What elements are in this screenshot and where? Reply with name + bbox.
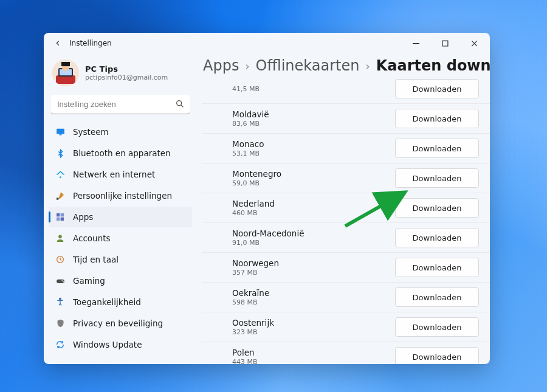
sidebar-item-apps[interactable]: Apps: [49, 207, 192, 227]
titlebar: Instellingen: [44, 33, 490, 53]
map-name: Montenegro: [232, 169, 281, 179]
svg-rect-14: [57, 218, 60, 221]
map-row: Polen443 MBDownloaden: [202, 342, 490, 364]
breadcrumb-apps[interactable]: Apps: [203, 57, 239, 74]
account-name: PC Tips: [85, 64, 168, 74]
sidebar: PC Tips pctipsinfo01@gmail.com SysteemBl…: [44, 53, 197, 364]
download-button[interactable]: Downloaden: [395, 317, 479, 337]
svg-point-16: [58, 235, 62, 239]
map-name: Noord-Macedonië: [232, 229, 304, 239]
update-icon: [55, 339, 66, 350]
bluetooth-icon: [55, 148, 66, 159]
sidebar-item-game[interactable]: Gaming: [49, 270, 192, 291]
svg-rect-11: [57, 198, 58, 199]
map-row: Noorwegen357 MBDownloaden: [202, 253, 490, 283]
download-button[interactable]: Downloaden: [395, 109, 479, 128]
svg-rect-15: [61, 218, 64, 221]
map-size: 59,0 MB: [232, 179, 281, 187]
close-icon: [471, 40, 478, 47]
map-row: Moldavië83,6 MBDownloaden: [202, 104, 490, 134]
content-area: Apps › Offlinekaarten › Kaarten download…: [197, 53, 490, 364]
close-button[interactable]: [462, 33, 486, 53]
svg-rect-9: [59, 134, 61, 135]
chevron-right-icon: ›: [365, 60, 370, 72]
sidebar-item-clock[interactable]: Tijd en taal: [49, 249, 192, 270]
minimize-icon: [413, 40, 419, 47]
download-button[interactable]: Downloaden: [395, 347, 479, 364]
arrow-left-icon: [53, 39, 62, 47]
account-header[interactable]: PC Tips pctipsinfo01@gmail.com: [49, 57, 192, 95]
sidebar-item-label: Accounts: [73, 233, 111, 243]
sidebar-item-monitor[interactable]: Systeem: [49, 122, 192, 142]
desktop-wallpaper: Instellingen: [0, 0, 547, 392]
map-size: 443 MB: [232, 358, 258, 364]
sidebar-item-label: Bluetooth en apparaten: [73, 148, 171, 158]
download-button[interactable]: Downloaden: [395, 198, 479, 218]
sidebar-item-label: Privacy en beveiliging: [73, 318, 163, 328]
sidebar-item-label: Persoonlijke instellingen: [73, 191, 172, 201]
map-name: Moldavië: [232, 109, 269, 120]
chevron-right-icon: ›: [245, 60, 249, 72]
svg-point-20: [63, 281, 64, 282]
map-row: Monaco53,1 MBDownloaden: [202, 134, 490, 163]
shield-icon: [55, 318, 66, 329]
person-icon: [55, 233, 66, 244]
sidebar-item-label: Gaming: [73, 276, 105, 286]
sidebar-item-label: Apps: [73, 212, 93, 222]
download-button[interactable]: Downloaden: [395, 168, 479, 188]
breadcrumb-current: Kaarten downloaden: [376, 57, 490, 74]
download-button[interactable]: Downloaden: [395, 228, 479, 247]
avatar: [52, 60, 79, 86]
sidebar-item-update[interactable]: Windows Update: [49, 334, 192, 355]
map-name: Noorwegen: [232, 258, 279, 269]
map-size: 41,5 MB: [232, 85, 260, 93]
map-size: 323 MB: [232, 328, 274, 336]
svg-rect-8: [57, 128, 64, 134]
window-title: Instellingen: [69, 39, 112, 47]
search-input[interactable]: [51, 95, 190, 114]
svg-point-10: [60, 176, 61, 178]
sidebar-item-label: Tijd en taal: [73, 255, 119, 264]
svg-point-7: [177, 101, 182, 106]
minimize-button[interactable]: [404, 33, 428, 53]
map-size: 83,6 MB: [232, 120, 269, 128]
sidebar-item-label: Windows Update: [73, 340, 142, 349]
map-size: 460 MB: [232, 209, 275, 217]
sidebar-item-brush[interactable]: Persoonlijke instellingen: [49, 185, 192, 206]
svg-rect-2: [56, 75, 75, 84]
download-button[interactable]: Downloaden: [395, 287, 479, 307]
maximize-button[interactable]: [433, 33, 457, 53]
map-download-list: Malta41,5 MBDownloadenMoldavië83,6 MBDow…: [202, 79, 490, 364]
maximize-icon: [442, 40, 449, 47]
sidebar-item-a11y[interactable]: Toegankelijkheid: [49, 292, 192, 312]
map-row: Malta41,5 MBDownloaden: [202, 79, 490, 104]
brush-icon: [55, 190, 66, 201]
clock-icon: [55, 254, 66, 265]
sidebar-item-label: Toegankelijkheid: [73, 297, 141, 307]
sidebar-item-person[interactable]: Accounts: [49, 228, 192, 249]
breadcrumb-offlinekaarten[interactable]: Offlinekaarten: [256, 57, 360, 74]
map-size: 598 MB: [232, 298, 269, 306]
sidebar-item-bluetooth[interactable]: Bluetooth en apparaten: [49, 143, 192, 163]
apps-icon: [55, 211, 66, 222]
nav-list: SysteemBluetooth en apparatenNetwerk en …: [49, 122, 192, 355]
sidebar-item-label: Netwerk en internet: [73, 170, 155, 179]
map-size: 357 MB: [232, 269, 279, 277]
map-name: Polen: [232, 348, 258, 358]
sidebar-item-label: Systeem: [73, 127, 109, 137]
svg-rect-0: [442, 41, 448, 46]
map-name: Nederland: [232, 199, 275, 209]
sidebar-item-shield[interactable]: Privacy en beveiliging: [49, 313, 192, 334]
map-name: Oekraïne: [232, 288, 269, 298]
download-button[interactable]: Downloaden: [395, 139, 479, 158]
monitor-icon: [55, 126, 66, 137]
download-button[interactable]: Downloaden: [395, 79, 479, 98]
sidebar-item-wifi[interactable]: Netwerk en internet: [49, 164, 192, 185]
map-size: 53,1 MB: [232, 150, 264, 157]
wifi-icon: [55, 169, 66, 180]
search-field-wrap: [51, 95, 190, 114]
download-button[interactable]: Downloaden: [395, 258, 479, 277]
game-icon: [55, 275, 66, 286]
svg-point-19: [61, 280, 63, 281]
back-button[interactable]: [51, 36, 64, 50]
